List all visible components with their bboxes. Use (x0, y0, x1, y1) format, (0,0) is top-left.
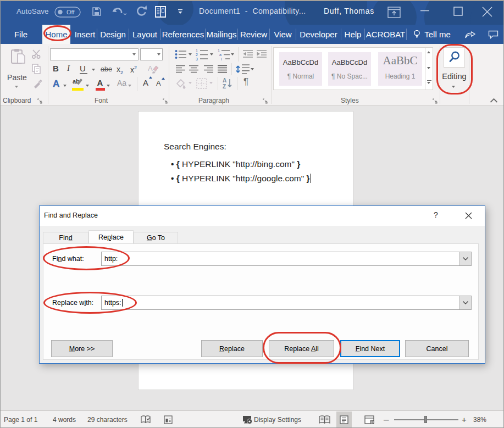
svg-text:Off: Off (67, 9, 75, 15)
svg-text:a: a (219, 53, 221, 57)
svg-text:2: 2 (196, 53, 198, 57)
svg-text:3: 3 (196, 57, 198, 61)
svg-text:i: i (221, 57, 222, 61)
svg-text:Z: Z (223, 84, 226, 90)
svg-text:1: 1 (218, 49, 220, 53)
svg-text:A: A (148, 64, 153, 73)
svg-text:1: 1 (196, 49, 198, 53)
svg-text:A: A (223, 77, 226, 84)
